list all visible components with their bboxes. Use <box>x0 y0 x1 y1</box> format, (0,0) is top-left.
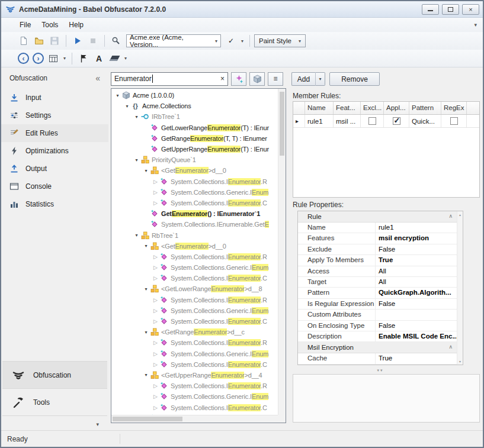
sidebar-item-output[interactable]: Output <box>1 160 108 178</box>
highlight-options-button[interactable] <box>231 72 246 86</box>
highlight-dropdown-arrow-icon[interactable]: ▾ <box>123 56 129 61</box>
expand-arrow-icon[interactable]: ▷ <box>152 362 159 368</box>
tree-node[interactable]: ▾<GetEnumerator>d__0 <box>111 241 278 252</box>
rule-pattern-cell[interactable]: Quick... <box>409 115 441 127</box>
tree-horizontal-scrollbar[interactable] <box>111 415 278 423</box>
sidebar-item-edit-rules[interactable]: Edit Rules <box>1 124 108 142</box>
property-value[interactable]: False <box>376 321 457 331</box>
mode-button-tools[interactable]: Tools <box>2 388 107 415</box>
splitter-grip[interactable]: ▾▾ <box>297 368 463 373</box>
property-value[interactable]: False <box>376 299 457 309</box>
add-rule-dropdown-arrow-icon[interactable]: ▾ <box>316 72 325 86</box>
expand-arrow-icon[interactable]: ▷ <box>152 394 159 399</box>
tree-node[interactable]: ▾Acme (1.0.0.0) <box>111 90 278 101</box>
collapse-arrow-icon[interactable]: ▾ <box>123 104 131 109</box>
property-row-target[interactable]: TargetAll <box>298 277 457 288</box>
property-value[interactable]: True <box>376 353 457 363</box>
assembly-combobox[interactable]: Acme.exe (Acme, Version... ▾ <box>126 34 221 47</box>
tree-node[interactable]: ▷System.Collections.Generic.IEnum <box>111 305 278 316</box>
tree-node[interactable]: ▾IRbTree`1 <box>111 111 278 122</box>
tree-node[interactable]: ▾RbTree`1 <box>111 230 278 240</box>
view-mode-button[interactable] <box>46 51 60 66</box>
collapse-category-icon[interactable]: ∧ <box>448 213 453 219</box>
rule-features-cell[interactable]: msil ... <box>334 115 361 127</box>
tree-node[interactable]: ▾<GetLowerRangeEnumerator>d__8 <box>111 283 278 294</box>
tree-vertical-scrollbar[interactable] <box>278 89 286 415</box>
expand-arrow-icon[interactable]: ▷ <box>152 308 159 314</box>
save-project-button[interactable] <box>47 34 62 48</box>
menu-item-tools[interactable]: Tools <box>36 19 63 31</box>
view-menu-button[interactable]: ≡ <box>268 72 283 86</box>
tree-node[interactable]: GetLowerRangeEnumerator(T) : IEnur <box>111 123 278 133</box>
navigate-back-button[interactable]: ‹ <box>18 53 29 64</box>
tree-node[interactable]: ▷System.Collections.IEnumerator.C <box>111 273 278 283</box>
collapse-arrow-icon[interactable]: ▾ <box>114 93 121 98</box>
collapse-arrow-icon[interactable]: ▾ <box>142 330 150 335</box>
expand-arrow-icon[interactable]: ▷ <box>152 275 159 281</box>
tree-node[interactable]: ▷System.Collections.IEnumerator.R <box>111 176 278 187</box>
collapse-arrow-icon[interactable]: ▾ <box>133 114 140 120</box>
tree-node[interactable]: ▷System.Collections.IEnumerator.C <box>111 198 278 208</box>
collapse-arrow-icon[interactable]: ▾ <box>142 168 150 173</box>
minimize-button[interactable] <box>422 4 439 15</box>
sidebar-item-console[interactable]: Console <box>1 178 108 195</box>
collapse-arrow-icon[interactable]: ▾ <box>142 286 150 292</box>
close-button[interactable]: × <box>462 4 479 15</box>
property-value[interactable]: Enable MSIL Code Enc... <box>376 331 457 341</box>
scroll-down-icon[interactable]: ▾ <box>459 359 461 363</box>
expand-arrow-icon[interactable]: ▷ <box>152 297 159 303</box>
property-category-rule[interactable]: Rule∧ <box>298 211 457 223</box>
toolbar-overflow-icon[interactable]: ▾ <box>474 22 477 28</box>
view-mode-dropdown-arrow-icon[interactable]: ▾ <box>62 56 68 61</box>
property-value[interactable]: False <box>376 244 457 254</box>
tree-node[interactable]: ▷System.Collections.Generic.IEnum <box>111 262 278 273</box>
add-rule-button[interactable]: Add <box>291 72 316 86</box>
remove-rule-button[interactable]: Remove <box>329 72 380 86</box>
property-row-on-enclosing-type[interactable]: On Enclosing TypeFalse <box>298 321 457 331</box>
scrollbar-thumb[interactable] <box>113 417 182 421</box>
column-header-regex[interactable]: RegEx <box>441 102 467 114</box>
property-value[interactable]: msil encryption <box>376 233 457 243</box>
grid-row[interactable]: ▸rule1msil ...Quick... <box>293 115 479 128</box>
navigate-forward-button[interactable]: › <box>33 53 44 64</box>
rule-name-cell[interactable]: rule1 <box>305 115 334 127</box>
collapse-arrow-icon[interactable]: ▾ <box>142 243 150 249</box>
tree-node[interactable]: System.Collections.IEnumerable.GetE <box>111 219 278 230</box>
tree-node[interactable]: ▾<GetEnumerator>d__0 <box>111 165 278 176</box>
tree-node[interactable]: ▷System.Collections.IEnumerator.R <box>111 337 278 348</box>
property-grid-scrollbar[interactable]: ▴ ▾ <box>457 211 463 365</box>
column-header-feat[interactable]: Feat... <box>334 102 361 114</box>
tree-node[interactable]: ▷System.Collections.Generic.IEnum <box>111 187 278 198</box>
exclude-checkbox[interactable] <box>368 117 376 125</box>
apply-checkbox[interactable] <box>393 117 400 125</box>
tree-node[interactable]: ▷System.Collections.Generic.IEnum <box>111 349 278 359</box>
column-header-name[interactable]: Name <box>305 102 334 114</box>
tree-node[interactable]: ▷System.Collections.IEnumerator.C <box>111 359 278 370</box>
property-row-custom-attributes[interactable]: Custom Attributes <box>298 310 457 320</box>
sidebar-item-settings[interactable]: Settings <box>1 107 108 124</box>
paint-style-dropdown[interactable]: Paint Style ▾ <box>254 34 306 47</box>
property-value[interactable]: True <box>376 255 457 265</box>
expand-arrow-icon[interactable]: ▷ <box>152 405 159 411</box>
check-dropdown-arrow-icon[interactable]: ▾ <box>239 38 245 44</box>
property-row-apply-to-members[interactable]: Apply To MembersTrue <box>298 255 457 266</box>
assembly-scope-button[interactable] <box>249 72 265 86</box>
expand-arrow-icon[interactable]: ▷ <box>152 179 159 185</box>
expand-arrow-icon[interactable]: ▷ <box>152 351 159 357</box>
property-value[interactable]: QuickGraph.Algorith... <box>376 288 457 298</box>
stop-button[interactable] <box>86 34 100 48</box>
column-header-appl[interactable]: Appl... <box>384 102 409 114</box>
property-value[interactable]: All <box>376 266 457 276</box>
property-row-pattern[interactable]: PatternQuickGraph.Algorith... <box>298 288 457 298</box>
open-project-button[interactable] <box>32 34 46 48</box>
expand-arrow-icon[interactable]: ▷ <box>152 265 159 270</box>
property-value[interactable]: rule1 <box>376 223 457 233</box>
property-row-features[interactable]: Featuresmsil encryption <box>298 233 457 244</box>
property-value[interactable]: All <box>376 277 457 287</box>
tree-node[interactable]: GetUpperRangeEnumerator(T) : IEnur <box>111 144 278 154</box>
tree-node[interactable]: ▷System.Collections.IEnumerator.R <box>111 295 278 305</box>
sidebar-item-optimizations[interactable]: Optimizations <box>1 142 108 160</box>
property-row-name[interactable]: Namerule1 <box>298 223 457 233</box>
collapse-arrow-icon[interactable]: ▾ <box>133 157 140 163</box>
tree-node[interactable]: GetEnumerator() : IEnumerator`1 <box>111 208 278 219</box>
